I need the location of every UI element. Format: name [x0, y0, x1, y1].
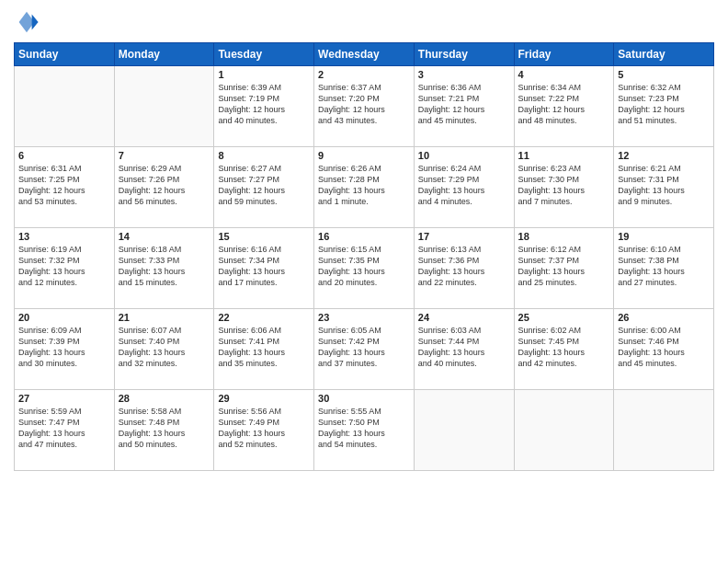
day-number: 25 [518, 312, 610, 323]
calendar-cell: 25Sunrise: 6:02 AM Sunset: 7:45 PM Dayli… [514, 309, 614, 390]
day-info: Sunrise: 6:00 AM Sunset: 7:46 PM Dayligh… [618, 325, 710, 370]
calendar-cell [15, 66, 115, 147]
calendar-cell: 20Sunrise: 6:09 AM Sunset: 7:39 PM Dayli… [15, 309, 115, 390]
day-info: Sunrise: 6:18 AM Sunset: 7:33 PM Dayligh… [119, 244, 210, 289]
weekday-header: Monday [114, 43, 214, 66]
calendar-cell: 14Sunrise: 6:18 AM Sunset: 7:33 PM Dayli… [114, 228, 214, 309]
calendar-cell: 13Sunrise: 6:19 AM Sunset: 7:32 PM Dayli… [15, 228, 115, 309]
day-info: Sunrise: 5:58 AM Sunset: 7:48 PM Dayligh… [119, 406, 210, 451]
day-info: Sunrise: 6:24 AM Sunset: 7:29 PM Dayligh… [418, 163, 510, 208]
day-number: 19 [618, 231, 710, 242]
calendar-cell: 23Sunrise: 6:05 AM Sunset: 7:42 PM Dayli… [314, 309, 415, 390]
day-info: Sunrise: 6:21 AM Sunset: 7:31 PM Dayligh… [618, 163, 710, 208]
calendar-cell: 26Sunrise: 6:00 AM Sunset: 7:46 PM Dayli… [614, 309, 714, 390]
day-number: 14 [119, 231, 210, 242]
calendar-cell: 8Sunrise: 6:27 AM Sunset: 7:27 PM Daylig… [214, 147, 314, 228]
calendar-week-row: 1Sunrise: 6:39 AM Sunset: 7:19 PM Daylig… [15, 66, 714, 147]
calendar-cell: 3Sunrise: 6:36 AM Sunset: 7:21 PM Daylig… [414, 66, 514, 147]
calendar-cell: 30Sunrise: 5:55 AM Sunset: 7:50 PM Dayli… [314, 390, 415, 471]
calendar-body: 1Sunrise: 6:39 AM Sunset: 7:19 PM Daylig… [15, 66, 714, 471]
weekday-header: Tuesday [214, 43, 314, 66]
weekday-header: Thursday [414, 43, 514, 66]
day-number: 1 [218, 69, 310, 80]
calendar-cell: 12Sunrise: 6:21 AM Sunset: 7:31 PM Dayli… [614, 147, 714, 228]
day-number: 23 [318, 312, 410, 323]
day-info: Sunrise: 6:37 AM Sunset: 7:20 PM Dayligh… [318, 82, 410, 127]
day-info: Sunrise: 6:07 AM Sunset: 7:40 PM Dayligh… [119, 325, 210, 370]
calendar-week-row: 6Sunrise: 6:31 AM Sunset: 7:25 PM Daylig… [15, 147, 714, 228]
weekday-header: Wednesday [314, 43, 415, 66]
weekday-header: Sunday [15, 43, 115, 66]
calendar-cell [514, 390, 614, 471]
day-info: Sunrise: 6:27 AM Sunset: 7:27 PM Dayligh… [218, 163, 310, 208]
day-info: Sunrise: 6:02 AM Sunset: 7:45 PM Dayligh… [518, 325, 610, 370]
weekday-header: Saturday [614, 43, 714, 66]
day-number: 18 [518, 231, 610, 242]
calendar-cell: 19Sunrise: 6:10 AM Sunset: 7:38 PM Dayli… [614, 228, 714, 309]
calendar-header: SundayMondayTuesdayWednesdayThursdayFrid… [15, 43, 714, 66]
day-number: 12 [618, 150, 710, 161]
calendar: SundayMondayTuesdayWednesdayThursdayFrid… [14, 42, 714, 471]
weekday-header: Friday [514, 43, 614, 66]
calendar-cell: 24Sunrise: 6:03 AM Sunset: 7:44 PM Dayli… [414, 309, 514, 390]
day-number: 10 [418, 150, 510, 161]
calendar-cell [614, 390, 714, 471]
logo-icon [14, 9, 40, 35]
calendar-cell: 5Sunrise: 6:32 AM Sunset: 7:23 PM Daylig… [614, 66, 714, 147]
day-number: 17 [418, 231, 510, 242]
day-number: 28 [119, 393, 210, 404]
day-number: 2 [318, 69, 410, 80]
day-info: Sunrise: 5:56 AM Sunset: 7:49 PM Dayligh… [218, 406, 310, 451]
calendar-cell: 11Sunrise: 6:23 AM Sunset: 7:30 PM Dayli… [514, 147, 614, 228]
day-info: Sunrise: 6:32 AM Sunset: 7:23 PM Dayligh… [618, 82, 710, 127]
calendar-cell [114, 66, 214, 147]
day-info: Sunrise: 6:10 AM Sunset: 7:38 PM Dayligh… [618, 244, 710, 289]
day-number: 21 [119, 312, 210, 323]
calendar-cell: 7Sunrise: 6:29 AM Sunset: 7:26 PM Daylig… [114, 147, 214, 228]
day-info: Sunrise: 6:15 AM Sunset: 7:35 PM Dayligh… [318, 244, 410, 289]
day-number: 6 [18, 150, 110, 161]
day-info: Sunrise: 6:39 AM Sunset: 7:19 PM Dayligh… [218, 82, 310, 127]
weekday-row: SundayMondayTuesdayWednesdayThursdayFrid… [15, 43, 714, 66]
day-number: 20 [18, 312, 110, 323]
day-number: 4 [518, 69, 610, 80]
calendar-week-row: 13Sunrise: 6:19 AM Sunset: 7:32 PM Dayli… [15, 228, 714, 309]
calendar-cell: 15Sunrise: 6:16 AM Sunset: 7:34 PM Dayli… [214, 228, 314, 309]
day-number: 15 [218, 231, 310, 242]
day-number: 24 [418, 312, 510, 323]
header [14, 9, 714, 35]
day-info: Sunrise: 6:19 AM Sunset: 7:32 PM Dayligh… [18, 244, 110, 289]
day-info: Sunrise: 6:29 AM Sunset: 7:26 PM Dayligh… [119, 163, 210, 208]
day-info: Sunrise: 6:26 AM Sunset: 7:28 PM Dayligh… [318, 163, 410, 208]
day-info: Sunrise: 6:05 AM Sunset: 7:42 PM Dayligh… [318, 325, 410, 370]
calendar-cell [414, 390, 514, 471]
calendar-cell: 2Sunrise: 6:37 AM Sunset: 7:20 PM Daylig… [314, 66, 415, 147]
calendar-cell: 4Sunrise: 6:34 AM Sunset: 7:22 PM Daylig… [514, 66, 614, 147]
calendar-cell: 21Sunrise: 6:07 AM Sunset: 7:40 PM Dayli… [114, 309, 214, 390]
day-info: Sunrise: 6:13 AM Sunset: 7:36 PM Dayligh… [418, 244, 510, 289]
day-number: 9 [318, 150, 410, 161]
day-number: 11 [518, 150, 610, 161]
calendar-cell: 27Sunrise: 5:59 AM Sunset: 7:47 PM Dayli… [15, 390, 115, 471]
day-info: Sunrise: 6:06 AM Sunset: 7:41 PM Dayligh… [218, 325, 310, 370]
page: SundayMondayTuesdayWednesdayThursdayFrid… [0, 0, 728, 563]
calendar-cell: 1Sunrise: 6:39 AM Sunset: 7:19 PM Daylig… [214, 66, 314, 147]
day-info: Sunrise: 6:36 AM Sunset: 7:21 PM Dayligh… [418, 82, 510, 127]
day-number: 13 [18, 231, 110, 242]
day-number: 27 [18, 393, 110, 404]
calendar-cell: 16Sunrise: 6:15 AM Sunset: 7:35 PM Dayli… [314, 228, 415, 309]
day-info: Sunrise: 6:16 AM Sunset: 7:34 PM Dayligh… [218, 244, 310, 289]
day-number: 29 [218, 393, 310, 404]
calendar-cell: 18Sunrise: 6:12 AM Sunset: 7:37 PM Dayli… [514, 228, 614, 309]
day-number: 30 [318, 393, 410, 404]
calendar-cell: 28Sunrise: 5:58 AM Sunset: 7:48 PM Dayli… [114, 390, 214, 471]
day-info: Sunrise: 5:55 AM Sunset: 7:50 PM Dayligh… [318, 406, 410, 451]
day-info: Sunrise: 5:59 AM Sunset: 7:47 PM Dayligh… [18, 406, 110, 451]
day-number: 16 [318, 231, 410, 242]
day-number: 3 [418, 69, 510, 80]
day-number: 26 [618, 312, 710, 323]
calendar-cell: 17Sunrise: 6:13 AM Sunset: 7:36 PM Dayli… [414, 228, 514, 309]
day-info: Sunrise: 6:03 AM Sunset: 7:44 PM Dayligh… [418, 325, 510, 370]
logo [14, 9, 43, 35]
calendar-cell: 6Sunrise: 6:31 AM Sunset: 7:25 PM Daylig… [15, 147, 115, 228]
